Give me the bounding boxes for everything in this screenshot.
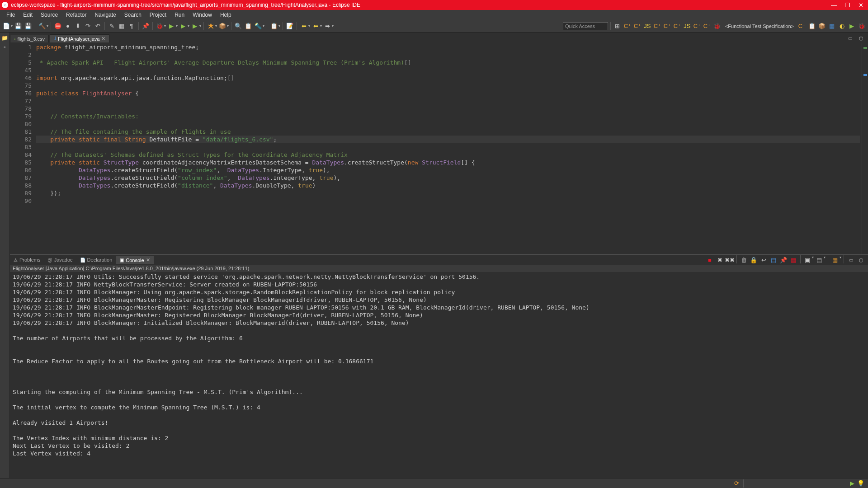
forward-button[interactable]: ➡: [323, 22, 332, 31]
debug-persp-button[interactable]: 🐞: [712, 22, 722, 31]
debug-button[interactable]: 🐞: [155, 22, 164, 31]
menu-file[interactable]: File: [3, 11, 19, 19]
editor-tab[interactable]: JFlightAnalyser.java✕: [50, 34, 109, 42]
display-selected-button[interactable]: ▦: [789, 255, 798, 264]
open-task-button[interactable]: 📋: [244, 22, 253, 31]
new-package-button[interactable]: 📦: [218, 22, 227, 31]
scroll-lock-button[interactable]: 🔒: [749, 255, 758, 264]
persp-btn1[interactable]: 📋: [807, 22, 816, 31]
js-persp2-button[interactable]: JS: [683, 22, 692, 31]
search-button[interactable]: 🔦: [254, 22, 263, 31]
menu-navigate[interactable]: Navigate: [91, 11, 119, 19]
cpp-persp2-button[interactable]: C⁺: [633, 22, 642, 31]
build-button[interactable]: 🔨: [38, 22, 47, 31]
close-button[interactable]: ✕: [859, 2, 863, 9]
view-tab-console[interactable]: ▣Console ✕: [116, 256, 154, 264]
menu-refactor[interactable]: Refactor: [62, 11, 90, 19]
cpp-persp5-button[interactable]: C⁺: [673, 22, 682, 31]
back-button[interactable]: ⬅: [299, 22, 308, 31]
cpp-persp8-button[interactable]: C⁺: [797, 22, 807, 31]
save-button[interactable]: 💾: [14, 22, 23, 31]
cpp-persp6-button[interactable]: C⁺: [693, 22, 702, 31]
persp-btn4[interactable]: ◐: [837, 22, 846, 31]
persp-btn3[interactable]: ▦: [827, 22, 836, 31]
new-button[interactable]: 📄: [2, 22, 11, 31]
menu-help[interactable]: Help: [217, 11, 235, 19]
maximize-button[interactable]: ❐: [845, 2, 850, 9]
console-launch-info: FlightAnalyser [Java Application] C:\Pro…: [10, 265, 868, 272]
save-all-button[interactable]: 💾: [24, 22, 33, 31]
step-return-button[interactable]: ↶: [93, 22, 102, 31]
minimize-console-button[interactable]: ▭: [846, 255, 855, 264]
menu-run[interactable]: Run: [171, 11, 188, 19]
package-explorer-icon[interactable]: 📁: [1, 34, 9, 42]
new-java-class-button[interactable]: 🟊: [206, 22, 215, 31]
menu-edit[interactable]: Edit: [19, 11, 36, 19]
problems-icon: ⚠: [14, 258, 18, 263]
cpp-persp4-button[interactable]: C⁺: [663, 22, 672, 31]
prev-edit-button[interactable]: 📝: [285, 22, 294, 31]
tab-label: flights_3.csv: [18, 36, 45, 42]
java-icon: J: [54, 36, 56, 41]
run-last-button[interactable]: ▶: [190, 22, 199, 31]
restore-icon[interactable]: ▫: [1, 43, 9, 51]
close-view-icon[interactable]: ✕: [146, 257, 150, 263]
tip-icon[interactable]: 💡: [857, 480, 864, 487]
toggle-breakpoint-button[interactable]: ●: [63, 22, 72, 31]
persp-btn6[interactable]: 🐞: [857, 22, 866, 31]
title-bar: ○ eclipse-workspace - flight-airports-mi…: [0, 0, 868, 10]
minimize-button[interactable]: —: [831, 2, 837, 9]
pin-button[interactable]: 📌: [141, 22, 150, 31]
skip-breakpoints-button[interactable]: ⛔: [53, 22, 62, 31]
new-console-button[interactable]: ▤: [815, 255, 824, 264]
console-icon: ▣: [120, 258, 124, 263]
console-output[interactable]: 19/06/29 21:28:17 INFO Utils: Successful…: [10, 272, 868, 478]
toggle-mark-button[interactable]: ✎: [107, 22, 116, 31]
editor-tabs: ▫flights_3.csvJFlightAnalyser.java✕ ▭ ▢: [10, 33, 868, 42]
persp-btn5[interactable]: ▶: [847, 22, 856, 31]
editor-tab[interactable]: ▫flights_3.csv: [10, 35, 49, 42]
online-icon[interactable]: ▶: [850, 480, 854, 487]
maximize-console-button[interactable]: ▢: [856, 255, 865, 264]
maximize-editor-button[interactable]: ▢: [856, 33, 865, 42]
console-persp-button[interactable]: ▦: [830, 255, 840, 264]
clear-console-button[interactable]: 🗑: [739, 255, 748, 264]
refresh-icon[interactable]: ⟳: [734, 480, 739, 487]
minimize-editor-button[interactable]: ▭: [845, 33, 854, 42]
coverage-button[interactable]: ▶: [179, 22, 188, 31]
code-editor[interactable]: 125454675767778798081828384858687888990 …: [10, 42, 868, 254]
run-button[interactable]: ▶: [167, 22, 176, 31]
open-perspective-button[interactable]: ⊞: [613, 22, 622, 31]
menu-window[interactable]: Window: [189, 11, 216, 19]
toggle-block-button[interactable]: ▦: [117, 22, 126, 31]
next-annotation-button[interactable]: 📋: [269, 22, 278, 31]
quick-access-input[interactable]: Quick Access: [563, 22, 608, 30]
remove-launch-button[interactable]: ✖: [715, 255, 724, 264]
left-trim: 📁 ▫: [0, 33, 10, 478]
remove-all-button[interactable]: ✖✖: [725, 255, 734, 264]
view-tab-javadoc[interactable]: @Javadoc: [44, 256, 76, 263]
open-console-button[interactable]: ▣: [803, 255, 812, 264]
pin-console-button[interactable]: 📌: [779, 255, 788, 264]
open-type-button[interactable]: 🔍: [234, 22, 243, 31]
show-console-button[interactable]: ▤: [769, 255, 778, 264]
perspective-label[interactable]: <Functional Test Specification>: [722, 23, 797, 29]
show-whitespace-button[interactable]: ¶: [127, 22, 136, 31]
menu-source[interactable]: Source: [37, 11, 61, 19]
cpp-persp3-button[interactable]: C⁺: [653, 22, 662, 31]
cpp-persp-button[interactable]: C⁺: [623, 22, 632, 31]
terminate-button[interactable]: ■: [705, 255, 714, 264]
view-tab-problems[interactable]: ⚠Problems: [10, 256, 44, 263]
close-tab-icon[interactable]: ✕: [101, 36, 105, 42]
back-history-button[interactable]: ⬅: [311, 22, 320, 31]
step-over-button[interactable]: ↷: [83, 22, 92, 31]
tab-label: FlightAnalyser.java: [58, 36, 99, 42]
menu-search[interactable]: Search: [121, 11, 145, 19]
step-button[interactable]: ⬇: [73, 22, 82, 31]
menu-project[interactable]: Project: [146, 11, 170, 19]
cpp-persp7-button[interactable]: C⁺: [703, 22, 712, 31]
word-wrap-button[interactable]: ↩: [759, 255, 768, 264]
persp-btn2[interactable]: 📦: [817, 22, 826, 31]
js-persp-button[interactable]: JS: [643, 22, 652, 31]
view-tab-declaration[interactable]: 📄Declaration: [76, 256, 116, 263]
